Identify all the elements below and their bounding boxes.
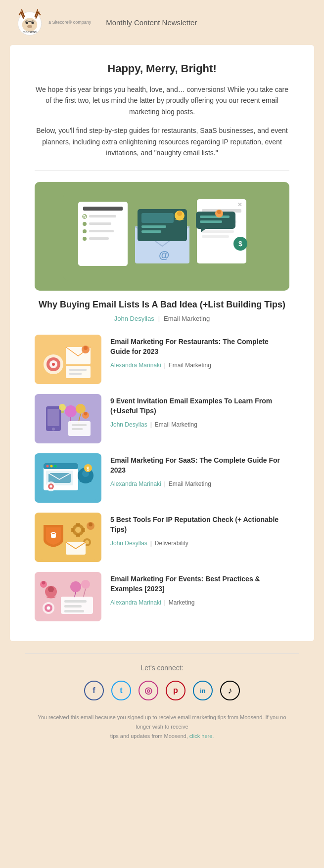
- article-info-2: 9 Event Invitation Email Examples To Lea…: [110, 394, 289, 428]
- tiktok-icon[interactable]: ♪: [220, 681, 240, 700]
- svg-point-112: [42, 581, 45, 585]
- svg-point-47: [52, 363, 55, 366]
- svg-point-67: [59, 404, 66, 411]
- article-category-1: Email Marketing: [169, 362, 211, 369]
- svg-text:$: $: [238, 240, 242, 248]
- svg-text:@: @: [159, 249, 169, 261]
- svg-point-57: [52, 428, 55, 431]
- article-category-2: Email Marketing: [155, 421, 197, 428]
- svg-rect-16: [89, 230, 114, 232]
- article-item: Email Marketing For Events: Best Practic…: [35, 572, 289, 621]
- footer-divider: [25, 653, 299, 654]
- footer-area: Let's connect: f t ◎ p in ♪ You received…: [0, 641, 324, 750]
- pinterest-icon[interactable]: p: [166, 681, 185, 700]
- article-title-2[interactable]: 9 Event Invitation Email Examples To Lea…: [110, 396, 289, 416]
- svg-point-13: [83, 222, 87, 226]
- featured-category: Email Marketing: [164, 315, 210, 322]
- linkedin-icon[interactable]: in: [193, 681, 213, 700]
- featured-illustration: @ ✕ $: [63, 192, 261, 281]
- svg-rect-49: [66, 366, 91, 378]
- svg-rect-64: [72, 428, 83, 430]
- article-title-3[interactable]: Email Marketing For SaaS: The Complete G…: [110, 456, 289, 475]
- article-title-4[interactable]: 5 Best Tools For IP Reputation Check (+ …: [110, 515, 289, 534]
- connect-label: Let's connect:: [25, 664, 299, 672]
- svg-rect-68: [61, 411, 64, 413]
- svg-point-96: [89, 522, 93, 526]
- article-title-1[interactable]: Email Marketing For Restaurants: The Com…: [110, 337, 289, 356]
- svg-rect-106: [64, 605, 82, 608]
- article-item: 9 Event Invitation Email Examples To Lea…: [35, 394, 289, 443]
- svg-point-102: [81, 580, 90, 589]
- svg-rect-24: [141, 225, 166, 228]
- svg-point-3: [26, 21, 28, 24]
- svg-rect-23: [141, 213, 174, 223]
- svg-rect-56: [47, 409, 59, 426]
- article-author-3[interactable]: Alexandra Marinaki: [110, 480, 161, 487]
- svg-point-79: [49, 485, 52, 488]
- article-thumbnail-1: [35, 335, 101, 384]
- svg-rect-85: [51, 534, 56, 538]
- svg-rect-12: [89, 215, 116, 217]
- footer-text: You received this email because you sign…: [35, 713, 289, 740]
- article-title-5[interactable]: Email Marketing For Events: Best Practic…: [110, 574, 289, 594]
- article-author-1[interactable]: Alexandra Marinaki: [110, 362, 161, 369]
- svg-rect-107: [64, 610, 84, 612]
- svg-rect-63: [72, 424, 87, 426]
- section-divider-1: [35, 171, 289, 171]
- main-content-card: Happy, Merry, Bright! We hope this year …: [10, 45, 314, 641]
- article-item: Email Marketing For Restaurants: The Com…: [35, 335, 289, 384]
- intro-section: Happy, Merry, Bright! We hope this year …: [35, 62, 289, 158]
- svg-rect-34: [202, 230, 234, 233]
- featured-article-meta: John Desyllas | Email Marketing: [35, 315, 289, 322]
- svg-rect-39: [200, 216, 230, 218]
- svg-rect-91: [82, 528, 85, 532]
- unsubscribe-link[interactable]: click here.: [189, 733, 214, 739]
- article-item: $ Email Marketing For SaaS: The Complete…: [35, 453, 289, 503]
- svg-text:$: $: [87, 466, 90, 472]
- article-info-1: Email Marketing For Restaurants: The Com…: [110, 335, 289, 368]
- twitter-icon[interactable]: t: [111, 681, 131, 700]
- article-category-3: Email Marketing: [169, 480, 211, 487]
- newsletter-title: Monthly Content Newsletter: [106, 18, 197, 27]
- intro-paragraph-2: Below, you'll find step-by-step guides f…: [35, 125, 289, 158]
- svg-point-66: [84, 412, 87, 416]
- article-author-4[interactable]: John Desyllas: [110, 540, 147, 547]
- article-thumbnail-2: [35, 394, 101, 443]
- header: moosend a Sitecore® company Monthly Cont…: [0, 0, 324, 45]
- logo-area: moosend a Sitecore® company: [15, 9, 91, 36]
- social-icons: f t ◎ p in ♪: [25, 681, 299, 700]
- svg-rect-105: [64, 600, 87, 603]
- article-thumbnail-3: $: [35, 453, 101, 503]
- svg-point-93: [85, 540, 89, 544]
- svg-rect-88: [76, 523, 80, 526]
- svg-point-72: [46, 465, 48, 468]
- svg-rect-14: [89, 222, 111, 225]
- svg-text:moosend: moosend: [23, 30, 37, 34]
- svg-point-99: [48, 586, 54, 592]
- article-author-2[interactable]: John Desyllas: [110, 421, 147, 428]
- article-item: 5 Best Tools For IP Reputation Check (+ …: [35, 513, 289, 562]
- instagram-icon[interactable]: ◎: [139, 681, 158, 700]
- svg-point-110: [46, 607, 50, 610]
- svg-rect-9: [78, 202, 128, 266]
- svg-rect-51: [69, 373, 82, 375]
- featured-author-link[interactable]: John Desyllas: [114, 315, 154, 322]
- svg-rect-10: [83, 207, 123, 211]
- article-author-5[interactable]: Alexandra Marinaki: [110, 599, 161, 606]
- svg-rect-18: [89, 237, 109, 240]
- intro-heading: Happy, Merry, Bright!: [35, 62, 289, 75]
- sitecore-label: a Sitecore® company: [48, 20, 91, 26]
- featured-article-title[interactable]: Why Buying Email Lists Is A Bad Idea (+L…: [35, 300, 289, 310]
- svg-point-87: [75, 527, 81, 533]
- article-category-5: Marketing: [169, 599, 195, 606]
- intro-paragraph-1: We hope this year brings you health, lov…: [35, 84, 289, 117]
- facebook-icon[interactable]: f: [84, 681, 104, 700]
- svg-point-74: [54, 465, 56, 468]
- article-info-3: Email Marketing For SaaS: The Complete G…: [110, 453, 289, 487]
- svg-point-73: [50, 465, 52, 468]
- article-info-4: 5 Best Tools For IP Reputation Check (+ …: [110, 513, 289, 546]
- article-category-4: Deliverability: [155, 540, 188, 547]
- svg-rect-50: [69, 369, 87, 371]
- article-thumbnail-4: [35, 513, 101, 562]
- article-thumbnail-5: [35, 572, 101, 621]
